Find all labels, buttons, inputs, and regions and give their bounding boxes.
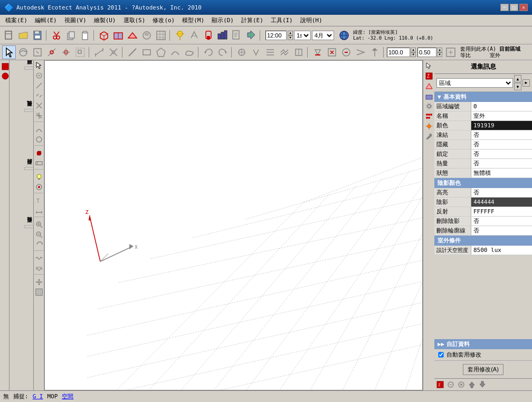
auto-apply-checkbox[interactable] (438, 352, 443, 357)
left-icon-2[interactable] (1, 72, 10, 80)
tb-transform3[interactable] (339, 45, 353, 59)
canvas-area[interactable]: .grid-line { stroke: #aaa; stroke-width:… (44, 60, 423, 390)
tb-draw6[interactable] (249, 45, 263, 59)
title-bar-controls[interactable]: ─ □ ✕ (500, 4, 528, 11)
draw-pan[interactable] (34, 71, 44, 80)
menu-calculate[interactable]: 計算(E) (238, 15, 267, 25)
menu-edit[interactable]: 編輯(E) (32, 15, 60, 25)
draw-node[interactable] (34, 148, 44, 158)
tb-3d[interactable] (97, 29, 111, 42)
zoom-down[interactable]: ▼ (411, 52, 416, 57)
tb-materials[interactable] (140, 29, 154, 42)
draw-grid2[interactable] (34, 287, 44, 297)
draw-zoom-out[interactable] (34, 230, 44, 239)
tb-draw7[interactable] (263, 45, 277, 59)
tb-redo[interactable] (216, 45, 230, 59)
menu-view[interactable]: 視圖(V) (61, 15, 90, 25)
zoom-spinners[interactable]: ▲ ▼ (411, 48, 416, 57)
menu-file[interactable]: 檔案(E) (2, 15, 31, 25)
tb-line[interactable] (126, 45, 139, 59)
menu-tools[interactable]: 工具(I) (268, 15, 296, 25)
bottom-icon-2[interactable] (446, 380, 455, 389)
right-icon-gear[interactable] (424, 101, 434, 111)
right-icon-sun[interactable] (424, 121, 434, 131)
snap-up[interactable]: ▲ (437, 48, 442, 52)
tb-transform2[interactable] (325, 45, 339, 59)
right-icon-mat[interactable] (424, 91, 434, 101)
tab-visual-page[interactable]: 可視化頁面 (24, 109, 34, 112)
draw-cross[interactable] (34, 101, 44, 110)
draw-tag[interactable] (34, 158, 44, 168)
tb-light[interactable] (187, 29, 201, 42)
tb-poly[interactable] (154, 45, 168, 59)
menu-help[interactable]: 說明(H) (297, 15, 326, 25)
menu-modify[interactable]: 修改(o) (149, 15, 178, 25)
draw-circ2[interactable] (34, 135, 44, 144)
menu-model[interactable]: 模型(M) (179, 15, 207, 25)
menu-select[interactable]: 選取(S) (120, 15, 149, 25)
draw-wave[interactable] (34, 254, 44, 263)
menu-draw[interactable]: 繪製(U) (91, 15, 119, 25)
draw-move-all[interactable] (34, 277, 44, 287)
draw-select[interactable] (34, 61, 44, 70)
tb-save[interactable] (31, 29, 44, 42)
apply-button[interactable]: 套用修改(A) (463, 364, 504, 375)
tb-report[interactable] (230, 29, 244, 42)
tb-shade[interactable] (173, 29, 187, 42)
tb-zoom-ext[interactable] (31, 45, 44, 59)
right-icon-surface[interactable] (424, 81, 434, 91)
draw-line2[interactable] (34, 81, 44, 90)
tb-paste[interactable] (78, 29, 92, 42)
draw-zoom-in[interactable] (34, 220, 44, 229)
tb-transform1[interactable] (311, 45, 325, 59)
time-down[interactable]: ▼ (288, 35, 293, 40)
tb-zone[interactable] (111, 29, 125, 42)
right-icon-cursor[interactable] (424, 61, 434, 71)
zone-dropdown[interactable]: 區域 (436, 78, 513, 88)
tb-thermal2[interactable] (202, 29, 215, 42)
bottom-icon-1[interactable]: Z (435, 380, 445, 389)
minimize-button[interactable]: ─ (500, 4, 509, 11)
tb-globe[interactable] (337, 29, 351, 42)
tb-select2[interactable] (73, 45, 87, 59)
tb-transform4[interactable] (354, 45, 367, 59)
tb-draw8[interactable] (278, 45, 291, 59)
draw-text[interactable]: T (34, 196, 44, 205)
tab-report-page[interactable]: 報告頁面 (24, 225, 34, 228)
menu-display[interactable]: 顯示(D) (208, 15, 237, 25)
tab-analysis-page[interactable]: 分析頁面 (24, 167, 34, 170)
close-button[interactable]: ✕ (519, 4, 528, 11)
draw-dim[interactable] (34, 206, 44, 216)
time-spinners[interactable]: ▲ ▼ (288, 31, 293, 40)
tb-rect[interactable] (140, 45, 154, 59)
bottom-icon-5[interactable] (478, 380, 487, 389)
tb-fit[interactable] (444, 45, 458, 59)
right-icon-zone[interactable]: Z (424, 71, 434, 81)
tb-open[interactable] (16, 29, 30, 42)
draw-break[interactable] (34, 91, 44, 100)
tb-copy[interactable] (64, 29, 78, 42)
draw-star[interactable] (34, 111, 44, 120)
zoom-up[interactable]: ▲ (411, 48, 416, 52)
time-input[interactable] (265, 31, 287, 40)
arrow-right[interactable]: ▶ (522, 79, 530, 87)
tb-snap2[interactable] (59, 45, 73, 59)
tb-analyze[interactable] (216, 29, 230, 42)
tb-export[interactable] (244, 29, 258, 42)
snap-spinners[interactable]: ▲ ▼ (437, 48, 442, 57)
tb-cursor[interactable] (2, 45, 16, 59)
draw-arc2[interactable] (34, 125, 44, 134)
tb-orbit[interactable] (16, 45, 30, 59)
right-icon-dots[interactable] (424, 111, 434, 121)
arrow-down[interactable]: ▼ (514, 83, 521, 90)
left-icon-1[interactable] (1, 62, 10, 71)
draw-rotate[interactable] (34, 240, 44, 249)
tb-measure[interactable] (92, 45, 106, 59)
snap-input[interactable] (417, 48, 436, 57)
tb-undo[interactable] (202, 45, 215, 59)
snap-down[interactable]: ▼ (437, 52, 442, 57)
period-select[interactable]: 1st (294, 31, 311, 40)
tb-draw9[interactable] (292, 45, 306, 59)
draw-lamp[interactable] (34, 172, 44, 182)
maximize-button[interactable]: □ (510, 4, 518, 11)
